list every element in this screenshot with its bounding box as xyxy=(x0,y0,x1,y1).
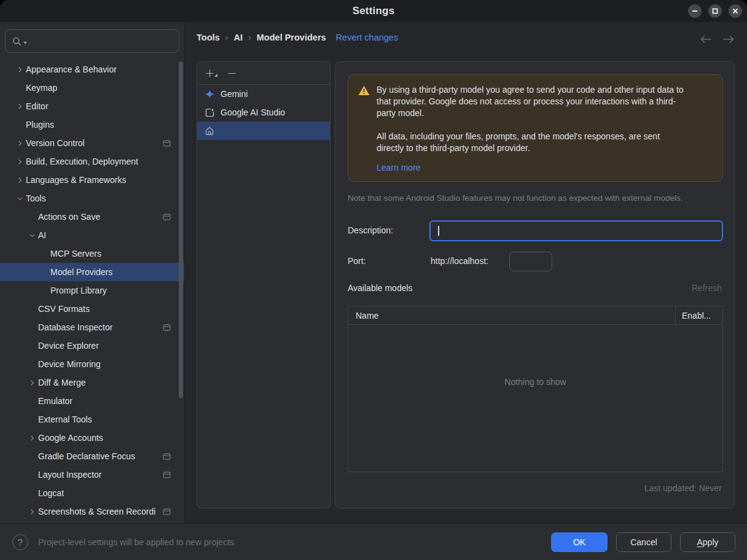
chevron-right-icon[interactable] xyxy=(26,378,38,387)
sidebar-item-csv-formats[interactable]: CSV Formats xyxy=(0,300,184,318)
back-arrow-icon[interactable] xyxy=(700,35,713,44)
sidebar-item-screenshots-screen-recordi[interactable]: Screenshots & Screen Recordi xyxy=(0,502,184,521)
minimize-icon xyxy=(692,6,698,16)
content-area: Tools › AI › Model Providers Revert chan… xyxy=(185,22,747,523)
chevron-right-icon[interactable] xyxy=(26,507,38,516)
chevron-spacer xyxy=(26,451,38,461)
add-provider-button[interactable] xyxy=(205,69,214,78)
refresh-button[interactable]: Refresh xyxy=(692,283,722,293)
sidebar-item-label: CSV Formats xyxy=(38,304,90,314)
apply-button[interactable]: Apply xyxy=(680,532,735,552)
chevron-right-icon[interactable] xyxy=(14,157,26,166)
port-input[interactable] xyxy=(509,252,552,271)
breadcrumb-tools[interactable]: Tools xyxy=(197,33,220,42)
close-button[interactable] xyxy=(729,4,742,18)
breadcrumb-model-providers[interactable]: Model Providers xyxy=(257,33,326,42)
sidebar-item-version-control[interactable]: Version Control xyxy=(0,134,184,152)
sidebar-item-label: Diff & Merge xyxy=(38,378,86,387)
sidebar-item-keymap[interactable]: Keymap xyxy=(0,79,184,97)
sidebar-item-build-execution-deployment[interactable]: Build, Execution, Deployment xyxy=(0,152,184,171)
breadcrumb: Tools › AI › Model Providers Revert chan… xyxy=(197,33,398,42)
sidebar-item-appearance-behavior[interactable]: Appearance & Behavior xyxy=(0,60,184,79)
ok-button[interactable]: OK xyxy=(551,532,608,552)
chevron-spacer xyxy=(26,414,38,424)
third-party-warning-banner: By using a third-party model you agree t… xyxy=(348,74,723,182)
sidebar-item-device-mirroring[interactable]: Device Mirroring xyxy=(0,355,184,373)
warning-text: By using a third-party model you agree t… xyxy=(377,84,687,181)
chevron-spacer xyxy=(26,304,38,314)
sidebar-item-model-providers[interactable]: Model Providers xyxy=(0,263,184,281)
chevron-right-icon[interactable] xyxy=(14,175,26,185)
sidebar-item-tools[interactable]: Tools xyxy=(0,189,184,208)
project-settings-icon xyxy=(163,140,171,147)
breadcrumb-separator: › xyxy=(225,33,229,42)
history-navigation xyxy=(700,35,735,44)
sidebar-item-label: Build, Execution, Deployment xyxy=(26,157,138,166)
provider-item-custom[interactable] xyxy=(197,122,330,140)
chevron-down-icon[interactable] xyxy=(14,193,26,203)
project-settings-icon xyxy=(163,214,171,220)
help-icon[interactable]: ? xyxy=(12,534,28,550)
sidebar-item-label: Device Mirroring xyxy=(38,359,101,369)
titlebar: Settings xyxy=(0,0,747,22)
remove-provider-button[interactable] xyxy=(227,69,237,78)
search-icon xyxy=(12,36,22,47)
gemini-icon xyxy=(204,89,215,99)
description-input[interactable] xyxy=(431,222,722,240)
sidebar-item-plugins[interactable]: Plugins xyxy=(0,115,184,134)
text-caret xyxy=(438,226,439,236)
sidebar-item-layout-inspector[interactable]: Layout Inspector xyxy=(0,465,184,484)
column-header-name[interactable]: Name xyxy=(348,306,676,324)
maximize-button[interactable] xyxy=(708,4,722,18)
sidebar-item-emulator[interactable]: Emulator xyxy=(0,392,184,410)
sidebar-item-actions-on-save[interactable]: Actions on Save xyxy=(0,208,184,226)
sidebar-item-label: Prompt Library xyxy=(50,286,107,295)
sidebar-item-gradle-declarative-focus[interactable]: Gradle Declarative Focus xyxy=(0,447,184,465)
sidebar-item-logcat[interactable]: Logcat xyxy=(0,484,184,502)
footer-buttons: OK Cancel Apply xyxy=(551,532,735,552)
table-empty-state: Nothing to show xyxy=(348,325,722,472)
search-options-caret-icon[interactable] xyxy=(23,42,27,45)
learn-more-link[interactable]: Learn more xyxy=(377,162,421,174)
sidebar-item-label: MCP Servers xyxy=(50,249,101,259)
available-models-table: Name Enabl... Nothing to show xyxy=(348,306,723,472)
chevron-right-icon[interactable] xyxy=(14,101,26,111)
sidebar-item-database-inspector[interactable]: Database Inspector xyxy=(0,318,184,336)
sidebar-item-google-accounts[interactable]: Google Accounts xyxy=(0,429,184,447)
close-icon xyxy=(732,6,738,16)
sidebar-item-label: Gradle Declarative Focus xyxy=(38,451,135,461)
window-title: Settings xyxy=(353,5,395,17)
external-models-note: Note that some Android Studio features m… xyxy=(348,193,683,203)
cancel-button[interactable]: Cancel xyxy=(616,532,671,552)
project-settings-icon xyxy=(163,508,171,515)
forward-arrow-icon[interactable] xyxy=(722,35,735,44)
maximize-icon xyxy=(712,6,718,16)
sidebar-item-external-tools[interactable]: External Tools xyxy=(0,410,184,429)
provider-item-label: Gemini xyxy=(221,89,248,99)
port-url-prefix: http://localhost: xyxy=(431,256,488,266)
breadcrumb-ai[interactable]: AI xyxy=(233,33,243,42)
settings-search-box[interactable] xyxy=(5,29,179,53)
chevron-down-icon[interactable] xyxy=(26,230,38,240)
column-header-enabled[interactable]: Enabl... xyxy=(676,306,722,324)
sidebar-item-label: Google Accounts xyxy=(38,433,103,443)
sidebar-item-prompt-library[interactable]: Prompt Library xyxy=(0,281,184,300)
search-input[interactable] xyxy=(28,36,173,47)
sidebar-scrollbar[interactable] xyxy=(179,61,183,398)
revert-changes-link[interactable]: Revert changes xyxy=(336,33,399,42)
sidebar-item-device-explorer[interactable]: Device Explorer xyxy=(0,336,184,355)
provider-item-gemini[interactable]: Gemini xyxy=(197,85,330,103)
sidebar-item-editor[interactable]: Editor xyxy=(0,97,184,115)
google-ai-studio-icon xyxy=(204,107,215,118)
chevron-right-icon[interactable] xyxy=(14,138,26,148)
sidebar-item-mcp-servers[interactable]: MCP Servers xyxy=(0,244,184,263)
provider-item-google-ai-studio[interactable]: Google AI Studio xyxy=(197,103,330,122)
chevron-right-icon[interactable] xyxy=(26,433,38,443)
chevron-spacer xyxy=(26,359,38,369)
sidebar-item-label: Editor xyxy=(26,101,49,111)
chevron-right-icon[interactable] xyxy=(14,64,26,74)
sidebar-item-ai[interactable]: AI xyxy=(0,226,184,244)
sidebar-item-diff-merge[interactable]: Diff & Merge xyxy=(0,373,184,392)
sidebar-item-languages-frameworks[interactable]: Languages & Frameworks xyxy=(0,171,184,189)
minimize-button[interactable] xyxy=(688,4,702,18)
